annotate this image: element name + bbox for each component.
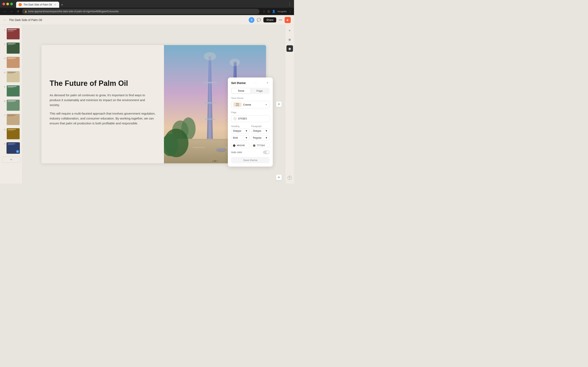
heading-color-dot <box>233 144 235 147</box>
play-button[interactable]: ▶ <box>285 17 291 23</box>
more-options-button[interactable]: ••• <box>279 18 282 22</box>
traffic-light-minimize[interactable] <box>6 3 9 5</box>
slide-item-1[interactable]: 1 <box>2 27 21 40</box>
theme-dropdown[interactable]: Title Body Creme ▼ <box>231 101 269 108</box>
add-content-bottom-button[interactable]: + <box>276 175 282 180</box>
paragraph-font-dropdown[interactable]: Diatype ▼ <box>251 128 269 133</box>
bookmark-icon[interactable]: ☆ <box>263 10 265 13</box>
slide-item-5[interactable]: 5 <box>2 84 21 98</box>
slide-thumbnail-1[interactable] <box>7 28 20 40</box>
paragraph-weight-value: Regular <box>253 136 261 139</box>
slide-number-7: 7 <box>2 114 5 117</box>
dot-2 <box>214 160 216 162</box>
traffic-light-fullscreen[interactable] <box>10 3 13 5</box>
traffic-lights <box>2 3 13 5</box>
header-back-button[interactable]: ← <box>3 18 7 22</box>
tab-tome[interactable]: Tome <box>232 88 250 93</box>
slide-thumbnail-6[interactable] <box>7 100 20 111</box>
save-theme-button[interactable]: Save theme <box>231 157 269 163</box>
heading-font-col: Heading Diatype ▼ <box>231 125 250 133</box>
svg-point-22 <box>230 59 240 66</box>
split-icon[interactable]: ⊡ <box>268 10 270 13</box>
slide-number-6: 6 <box>2 100 5 102</box>
theme-panel-button[interactable]: ◉ <box>286 45 293 52</box>
theme-tabs: Tome Page <box>231 88 269 94</box>
url-text: tome.app/sarahsworkspace/the-dark-side-o… <box>28 10 118 13</box>
svg-point-21 <box>204 52 216 60</box>
heading-font-dropdown[interactable]: Diatype ▼ <box>231 128 250 133</box>
paragraph-color-field[interactable]: 777164 <box>251 143 269 148</box>
dropdown-label: Creme <box>243 103 264 106</box>
chat-icon[interactable]: 💬 <box>257 18 261 22</box>
tab-close-button[interactable]: × <box>53 3 57 6</box>
slide-thumbnail-8[interactable] <box>7 128 20 140</box>
help-button[interactable]: ? <box>286 175 293 181</box>
address-input[interactable]: 🔒 tome.app/sarahsworkspace/the-dark-side… <box>22 9 259 14</box>
collaborator-badge: S <box>16 150 19 153</box>
location-panel-button[interactable]: ⊕ <box>286 36 293 43</box>
slide-number-1: 1 <box>2 29 5 31</box>
slide-thumbnail-5[interactable] <box>7 85 20 97</box>
slide-item-6[interactable]: 6 <box>2 99 21 112</box>
nav-back-button[interactable]: ← <box>2 10 7 13</box>
nav-refresh-button[interactable]: ↺ <box>16 10 20 13</box>
slide-number-8: 8 <box>2 128 5 131</box>
svg-rect-14 <box>192 147 205 148</box>
slide-heading: The Future of Palm Oil <box>50 79 156 88</box>
user-avatar: S <box>249 17 254 23</box>
heading-weight-value: Bold <box>233 136 238 139</box>
svg-rect-6 <box>203 82 217 83</box>
slide-item-9[interactable]: 9 S <box>2 142 21 155</box>
heading-weight-dropdown[interactable]: Bold ▼ <box>231 135 250 141</box>
tab-title: The Dark Side of Palm Oil <box>24 3 52 6</box>
slide-thumbnail-3[interactable] <box>7 57 20 68</box>
add-slide-button[interactable]: + <box>2 157 20 163</box>
slide-number-2: 2 <box>2 43 5 45</box>
slide-thumbnail-9[interactable]: S <box>7 142 20 154</box>
tab-new-button[interactable]: + <box>59 2 65 8</box>
paragraph-weight-dropdown[interactable]: Regular ▼ <box>251 135 269 141</box>
heading-font-chevron: ▼ <box>245 129 248 132</box>
slide-thumbnail-4[interactable] <box>7 71 20 82</box>
theme-panel-title: Set theme <box>231 81 246 84</box>
slide-item-8[interactable]: 8 <box>2 127 21 140</box>
slide-item-2[interactable]: 2 <box>2 42 21 55</box>
slide-item-4[interactable]: 4 <box>2 70 21 83</box>
address-bar: ← → ↺ 🔒 tome.app/sarahsworkspace/the-dar… <box>0 8 294 15</box>
heading-font-value: Diatype <box>233 129 241 132</box>
app-header: ← The Dark Side of Palm Oil S 💬 Share ••… <box>0 15 294 25</box>
slide-thumbnail-7[interactable] <box>7 114 20 125</box>
add-content-right-button[interactable]: + <box>276 101 282 107</box>
heading-color-field[interactable]: 484240 <box>231 143 250 148</box>
page-color-value: EFEBE5 <box>238 117 247 120</box>
slide-item-3[interactable]: 3 <box>2 56 21 69</box>
theme-panel-close-button[interactable]: × <box>265 81 269 85</box>
crosshair-icon: ⊕ <box>288 38 291 42</box>
right-panel: + ⊕ ◉ ? <box>285 25 294 184</box>
preview-body-text: Body <box>234 105 240 106</box>
page-color-field[interactable]: EFEBE5 <box>231 115 269 122</box>
slide-thumbnail-2[interactable] <box>7 42 20 54</box>
slide-paragraph-1: As demand for palm oil continues to grow… <box>50 93 156 108</box>
browser-menu-icon[interactable]: ⋮ <box>289 10 292 13</box>
heading-font-label: Heading <box>231 125 250 127</box>
browser-tab[interactable]: The Dark Side of Palm Oil × <box>16 2 59 8</box>
paragraph-font-chevron: ▼ <box>265 129 268 132</box>
theme-icon: ◉ <box>288 47 291 50</box>
slide-text-area: The Future of Palm Oil As demand for pal… <box>42 45 164 163</box>
profile-icon[interactable]: 👤 <box>272 10 276 13</box>
main-canvas-area: The Future of Palm Oil As demand for pal… <box>22 25 285 184</box>
auto-color-toggle[interactable] <box>263 150 269 154</box>
traffic-light-close[interactable] <box>2 3 5 5</box>
main-layout: 1 2 3 <box>0 25 294 184</box>
slide-item-7[interactable]: 7 <box>2 113 21 126</box>
slide-number-9: 9 <box>2 143 5 145</box>
nav-forward-button[interactable]: → <box>9 10 14 13</box>
share-button[interactable]: Share <box>263 17 276 22</box>
browser-more-button[interactable]: ⋮ <box>288 2 292 6</box>
slide-page-indicator <box>212 160 218 162</box>
heading-color-value: 484240 <box>237 144 245 147</box>
tab-page[interactable]: Page <box>250 88 269 93</box>
svg-rect-8 <box>205 118 215 120</box>
add-panel-button[interactable]: + <box>286 27 293 34</box>
